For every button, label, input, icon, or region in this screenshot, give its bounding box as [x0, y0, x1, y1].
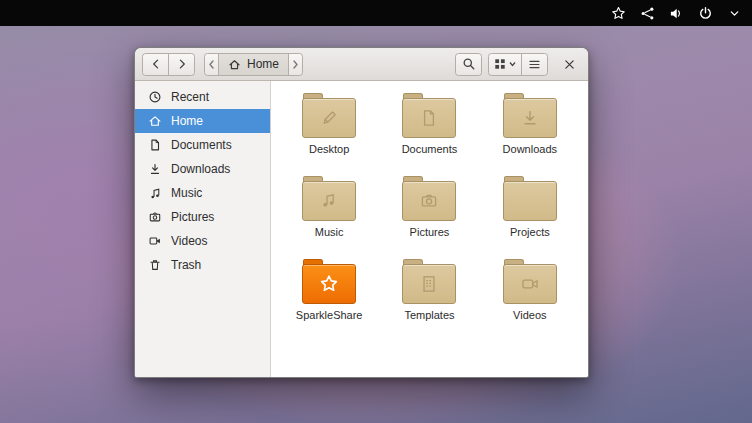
star-emblem-icon: [318, 273, 340, 295]
network-icon[interactable]: [639, 5, 655, 21]
sidebar-item-label: Recent: [171, 90, 209, 104]
window-headerbar: Home: [135, 48, 588, 81]
sidebar-item-music[interactable]: Music: [135, 181, 270, 205]
folder-item-videos[interactable]: Videos: [481, 259, 579, 342]
pencil-emblem-icon: [318, 107, 340, 129]
folder-icon: [302, 176, 356, 221]
sidebar-item-label: Pictures: [171, 210, 214, 224]
close-icon: [563, 58, 576, 71]
sidebar-item-trash[interactable]: Trash: [135, 253, 270, 277]
file-label: Music: [280, 226, 378, 239]
folder-item-templates[interactable]: Templates: [380, 259, 478, 342]
file-grid: Desktop Documents Downloads: [271, 81, 588, 377]
file-label: Projects: [481, 226, 579, 239]
back-button[interactable]: [142, 53, 169, 76]
file-label: Documents: [380, 143, 478, 156]
file-label: Templates: [380, 309, 478, 322]
document-emblem-icon: [418, 107, 440, 129]
trash-icon: [148, 258, 162, 272]
home-icon: [148, 114, 162, 128]
files-window: Home: [134, 47, 589, 378]
camera-icon: [148, 210, 162, 224]
places-sidebar: Recent Home Documents Downloads Music: [135, 81, 271, 377]
close-button[interactable]: [557, 52, 581, 76]
folder-icon: [503, 93, 557, 138]
file-label: Desktop: [280, 143, 378, 156]
file-label: Downloads: [481, 143, 579, 156]
folder-item-documents[interactable]: Documents: [380, 93, 478, 176]
sidebar-item-label: Trash: [171, 258, 201, 272]
sidebar-item-label: Downloads: [171, 162, 230, 176]
folder-icon: [302, 93, 356, 138]
file-label: SparkleShare: [280, 309, 378, 322]
path-scroll-left-button[interactable]: [204, 53, 219, 76]
path-bar: Home: [204, 53, 303, 76]
music-notes-emblem-icon: [318, 190, 340, 212]
folder-item-sparkleshare[interactable]: SparkleShare: [280, 259, 378, 342]
sidebar-item-home[interactable]: Home: [135, 109, 270, 133]
window-body: Recent Home Documents Downloads Music: [135, 81, 588, 377]
folder-icon: [503, 259, 557, 304]
hamburger-icon: [528, 58, 541, 71]
star-icon[interactable]: [610, 5, 626, 21]
sidebar-item-label: Home: [171, 114, 203, 128]
chevron-down-icon[interactable]: [726, 5, 742, 21]
desktop-wallpaper: Home: [0, 0, 752, 423]
sidebar-item-videos[interactable]: Videos: [135, 229, 270, 253]
sidebar-item-documents[interactable]: Documents: [135, 133, 270, 157]
file-label: Pictures: [380, 226, 478, 239]
sidebar-item-pictures[interactable]: Pictures: [135, 205, 270, 229]
sidebar-item-downloads[interactable]: Downloads: [135, 157, 270, 181]
down-arrow-emblem-icon: [519, 107, 541, 129]
document-icon: [148, 138, 162, 152]
folder-item-desktop[interactable]: Desktop: [280, 93, 378, 176]
video-camera-emblem-icon: [519, 273, 541, 295]
folder-icon: [503, 176, 557, 221]
system-top-bar: [0, 0, 752, 26]
search-button[interactable]: [455, 53, 482, 76]
dashed-sheet-emblem-icon: [418, 273, 440, 295]
download-icon: [148, 162, 162, 176]
file-label: Videos: [481, 309, 579, 322]
path-segment-home[interactable]: Home: [218, 53, 289, 76]
path-current-label: Home: [247, 57, 279, 71]
sidebar-item-recent[interactable]: Recent: [135, 85, 270, 109]
folder-item-downloads[interactable]: Downloads: [481, 93, 579, 176]
view-button-group: [488, 53, 548, 76]
folder-icon: [402, 259, 456, 304]
forward-button[interactable]: [168, 53, 195, 76]
nav-button-group: [142, 53, 195, 76]
video-camera-icon: [148, 234, 162, 248]
camera-emblem-icon: [418, 190, 440, 212]
recent-clock-icon: [148, 90, 162, 104]
sidebar-item-label: Videos: [171, 234, 207, 248]
menu-button[interactable]: [521, 53, 548, 76]
grid-view-icon: [494, 58, 506, 70]
sidebar-item-label: Documents: [171, 138, 232, 152]
folder-item-pictures[interactable]: Pictures: [380, 176, 478, 259]
caret-down-icon: [509, 61, 516, 67]
home-icon: [228, 58, 241, 71]
folder-item-music[interactable]: Music: [280, 176, 378, 259]
folder-icon: [302, 259, 356, 304]
folder-icon: [402, 176, 456, 221]
folder-item-projects[interactable]: Projects: [481, 176, 579, 259]
music-note-icon: [148, 186, 162, 200]
view-selector-button[interactable]: [488, 53, 522, 76]
power-icon[interactable]: [697, 5, 713, 21]
path-scroll-right-button[interactable]: [288, 53, 303, 76]
folder-icon: [402, 93, 456, 138]
sidebar-item-label: Music: [171, 186, 202, 200]
volume-icon[interactable]: [668, 5, 684, 21]
